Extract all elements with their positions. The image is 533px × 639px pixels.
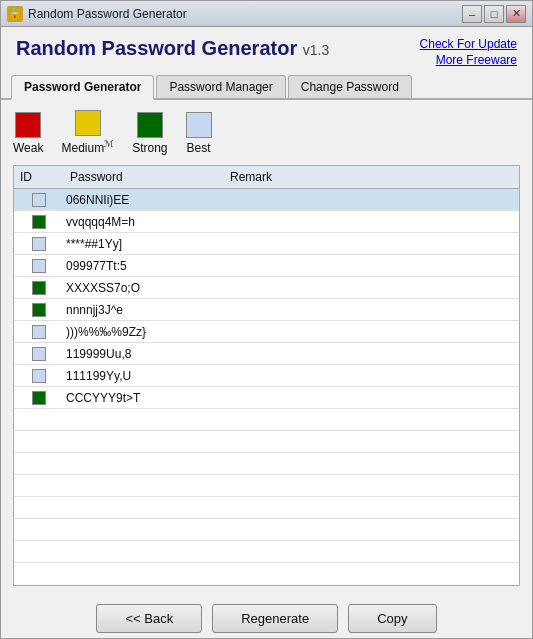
row-password: 099977Tt:5 [64,258,224,274]
column-password: Password [68,169,228,185]
row-remark [224,309,519,311]
row-indicator [14,189,64,210]
column-remark: Remark [228,169,515,185]
weak-color-box [15,112,41,138]
row-indicator [14,277,64,298]
empty-password [64,529,224,531]
row-remark [224,287,519,289]
empty-password [64,551,224,553]
row-indicator [14,255,64,276]
table-row-empty [14,453,519,475]
table-row[interactable]: CCCYYY9t>T [14,387,519,409]
row-remark [224,331,519,333]
table-row[interactable]: ****##1Yy] [14,233,519,255]
indicator-color-box [32,259,46,273]
empty-password [64,507,224,509]
copy-button[interactable]: Copy [348,604,436,633]
tab-password-generator[interactable]: Password Generator [11,75,154,100]
medium-label: Mediumℳ [61,139,114,155]
row-indicator [14,299,64,320]
row-password: nnnnjj3J^e [64,302,224,318]
table-row-empty [14,409,519,431]
row-password: CCCYYY9t>T [64,390,224,406]
indicator-color-box [32,193,46,207]
empty-password [64,419,224,421]
tab-password-manager[interactable]: Password Manager [156,75,285,98]
indicator-color-box [32,237,46,251]
close-button[interactable]: ✕ [506,5,526,23]
table-row[interactable]: 066NNIi)EE [14,189,519,211]
table-row[interactable]: XXXXSS7o;O [14,277,519,299]
title-bar: 🔒 Random Password Generator – □ ✕ [1,1,532,27]
legend-strong: Strong [132,112,167,155]
table-row-empty [14,497,519,519]
footer-buttons: << Back Regenerate Copy [1,594,532,639]
table-row[interactable]: nnnnjj3J^e [14,299,519,321]
empty-remark [224,441,519,443]
empty-indicator [14,563,64,580]
row-indicator [14,233,64,254]
empty-remark [224,463,519,465]
row-remark [224,265,519,267]
minimize-button[interactable]: – [462,5,482,23]
empty-password [64,573,224,575]
tab-change-password[interactable]: Change Password [288,75,412,98]
empty-remark [224,485,519,487]
indicator-color-box [32,369,46,383]
row-password: 111199Yy,U [64,368,224,384]
best-label: Best [187,141,211,155]
table-row-empty [14,541,519,563]
row-indicator [14,343,64,364]
indicator-color-box [32,347,46,361]
title-bar-left: 🔒 Random Password Generator [7,6,187,22]
app-version: v1.3 [303,42,329,58]
empty-remark [224,529,519,531]
regenerate-button[interactable]: Regenerate [212,604,338,633]
indicator-color-box [32,215,46,229]
weak-label: Weak [13,141,43,155]
empty-indicator [14,431,64,452]
maximize-button[interactable]: □ [484,5,504,23]
header: Random Password Generator v1.3 Check For… [1,27,532,75]
legend-weak: Weak [13,112,43,155]
table-row-empty [14,431,519,453]
table-header: ID Password Remark [14,166,519,189]
empty-password [64,485,224,487]
row-remark [224,199,519,201]
table-row[interactable]: )))%%‰%9Zz} [14,321,519,343]
strong-color-box [137,112,163,138]
table-row[interactable]: 111199Yy,U [14,365,519,387]
more-freeware-link[interactable]: More Freeware [436,53,517,67]
table-row[interactable]: vvqqqq4M=h [14,211,519,233]
strength-legend: Weak Mediumℳ Strong Best [13,110,520,155]
row-remark [224,243,519,245]
row-remark [224,397,519,399]
back-button[interactable]: << Back [96,604,202,633]
header-links: Check For Update More Freeware [420,37,517,67]
table-row[interactable]: 119999Uu,8 [14,343,519,365]
empty-indicator [14,453,64,474]
app-title: Random Password Generator v1.3 [16,37,329,59]
table-row-empty [14,475,519,497]
row-indicator [14,211,64,232]
row-password: 119999Uu,8 [64,346,224,362]
check-update-link[interactable]: Check For Update [420,37,517,51]
empty-indicator [14,541,64,562]
empty-indicator [14,475,64,496]
app-title-text: Random Password Generator [16,37,297,59]
table-row[interactable]: 099977Tt:5 [14,255,519,277]
row-password: 066NNIi)EE [64,192,224,208]
empty-remark [224,419,519,421]
indicator-color-box [32,281,46,295]
row-remark [224,375,519,377]
empty-remark [224,573,519,575]
empty-password [64,463,224,465]
password-table-container: ID Password Remark 066NNIi)EEvvqqqq4M=h*… [13,165,520,586]
content-area: Weak Mediumℳ Strong Best ID Password Rem… [1,100,532,594]
row-password: ****##1Yy] [64,236,224,252]
legend-best: Best [186,112,212,155]
empty-remark [224,507,519,509]
row-indicator [14,387,64,408]
empty-indicator [14,497,64,518]
medium-color-box [75,110,101,136]
